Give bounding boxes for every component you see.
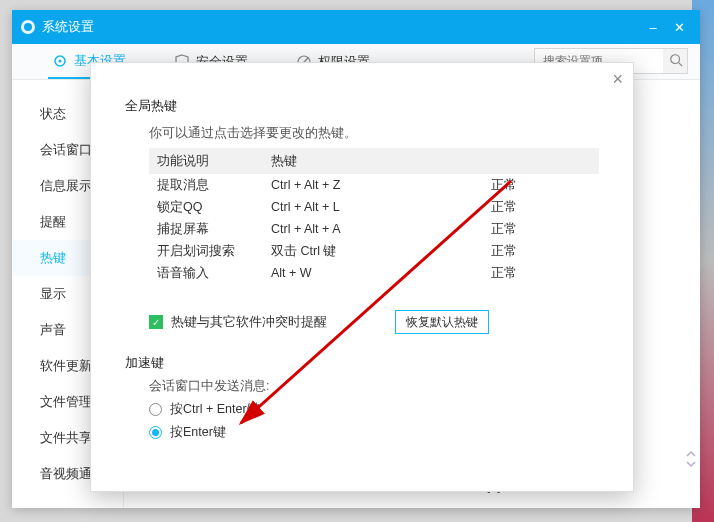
hotkey-table-header: 功能说明 热键 [149,148,599,174]
dialog-close-button[interactable]: × [612,69,623,90]
restore-default-button[interactable]: 恢复默认热键 [395,310,489,334]
svg-point-1 [24,23,32,31]
conflict-label: 热键与其它软件冲突时提醒 [171,313,327,331]
minimize-button[interactable]: – [640,14,666,40]
app-icon [20,19,36,35]
accel-title: 加速键 [125,354,599,372]
table-row[interactable]: 捕捉屏幕Ctrl + Alt + A正常 [149,218,599,240]
hotkey-dialog: × 全局热键 你可以通过点击选择要更改的热键。 功能说明 热键 提取消息Ctrl… [90,62,634,492]
table-row[interactable]: 开启划词搜索双击 Ctrl 键正常 [149,240,599,262]
table-row[interactable]: 锁定QQCtrl + Alt + L正常 [149,196,599,218]
table-row[interactable]: 提取消息Ctrl + Alt + Z正常 [149,174,599,196]
global-hotkey-desc: 你可以通过点击选择要更改的热键。 [149,125,599,142]
radio-option-ctrl-enter[interactable]: 按Ctrl + Enter键 [149,401,599,418]
modal-mask: × 全局热键 你可以通过点击选择要更改的热键。 功能说明 热键 提取消息Ctrl… [12,44,700,508]
send-msg-label: 会话窗口中发送消息: [149,378,599,395]
col-key: 热键 [271,153,491,170]
col-name: 功能说明 [149,153,271,170]
settings-window: 系统设置 – ✕ 基本设置 安全设置 权限设置 状态 会话窗口 信息展示 [12,10,700,508]
table-row[interactable]: 语音输入Alt + W正常 [149,262,599,284]
radio-icon [149,403,162,416]
window-title: 系统设置 [42,18,94,36]
radio-icon [149,426,162,439]
close-button[interactable]: ✕ [666,14,692,40]
title-bar[interactable]: 系统设置 – ✕ [12,10,700,44]
radio-option-enter[interactable]: 按Enter键 [149,424,599,441]
conflict-checkbox[interactable]: ✓ [149,315,163,329]
global-hotkey-title: 全局热键 [125,97,599,115]
